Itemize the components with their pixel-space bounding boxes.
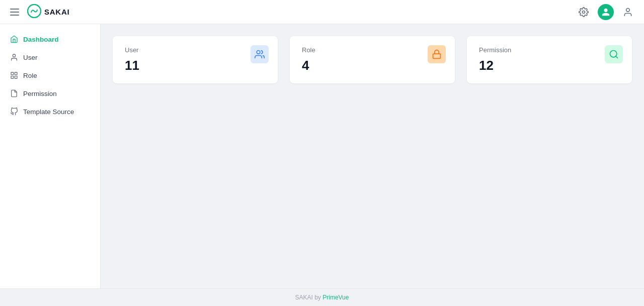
footer-text: SAKAI by	[295, 294, 323, 301]
sidebar-label-dashboard: Dashboard	[23, 36, 59, 43]
sidebar-label-template-source: Template Source	[23, 108, 74, 116]
sidebar-item-role[interactable]: Role	[0, 66, 100, 84]
logo: SAKAI	[27, 4, 69, 20]
stat-card-role: Role 4	[290, 36, 455, 83]
app-layout: Dashboard User Role	[0, 24, 644, 288]
file-icon	[10, 89, 18, 97]
svg-rect-9	[433, 54, 441, 58]
svg-rect-7	[15, 76, 17, 78]
svg-rect-4	[11, 72, 14, 75]
stat-card-permission: Permission 12	[467, 36, 632, 83]
stat-title-user: User	[125, 46, 266, 54]
stat-title-role: Role	[302, 46, 443, 54]
svg-point-3	[13, 54, 15, 57]
stat-value-role: 4	[302, 58, 443, 73]
github-icon	[10, 108, 18, 116]
lock-icon	[428, 45, 446, 63]
user-icon	[10, 53, 18, 61]
users-icon	[251, 45, 269, 63]
settings-button[interactable]	[576, 4, 592, 20]
hamburger-button[interactable]	[8, 7, 21, 18]
sidebar-item-dashboard[interactable]: Dashboard	[0, 30, 100, 48]
search-icon	[605, 45, 623, 63]
app-title: SAKAI	[44, 8, 69, 16]
svg-line-11	[616, 56, 618, 58]
footer: SAKAI by PrimeVue	[0, 288, 644, 306]
sidebar-item-permission[interactable]: Permission	[0, 84, 100, 103]
svg-point-1	[583, 11, 585, 13]
stat-value-user: 11	[125, 58, 266, 73]
sidebar-label-user: User	[23, 54, 38, 61]
svg-point-8	[257, 51, 260, 54]
sidebar-label-permission: Permission	[23, 90, 57, 97]
logo-icon	[27, 4, 41, 20]
home-icon	[10, 35, 18, 43]
svg-point-2	[626, 8, 630, 12]
stat-value-permission: 12	[479, 58, 620, 73]
stat-card-user: User 11	[113, 36, 278, 83]
main-content: User 11 Role 4	[101, 24, 644, 288]
sidebar-label-role: Role	[23, 72, 37, 79]
sidebar-item-user[interactable]: User	[0, 48, 100, 66]
sidebar-item-template-source[interactable]: Template Source	[0, 103, 100, 121]
footer-link[interactable]: PrimeVue	[323, 294, 349, 301]
avatar[interactable]	[598, 4, 614, 20]
top-navigation: SAKAI	[0, 0, 644, 24]
stats-cards-row: User 11 Role 4	[113, 36, 632, 83]
svg-rect-6	[11, 76, 14, 78]
user-profile-button[interactable]	[620, 4, 636, 20]
sidebar: Dashboard User Role	[0, 24, 101, 288]
svg-rect-5	[15, 72, 17, 75]
nav-left: SAKAI	[8, 4, 69, 20]
grid-icon	[10, 71, 18, 79]
stat-title-permission: Permission	[479, 46, 620, 54]
nav-right	[576, 4, 636, 20]
